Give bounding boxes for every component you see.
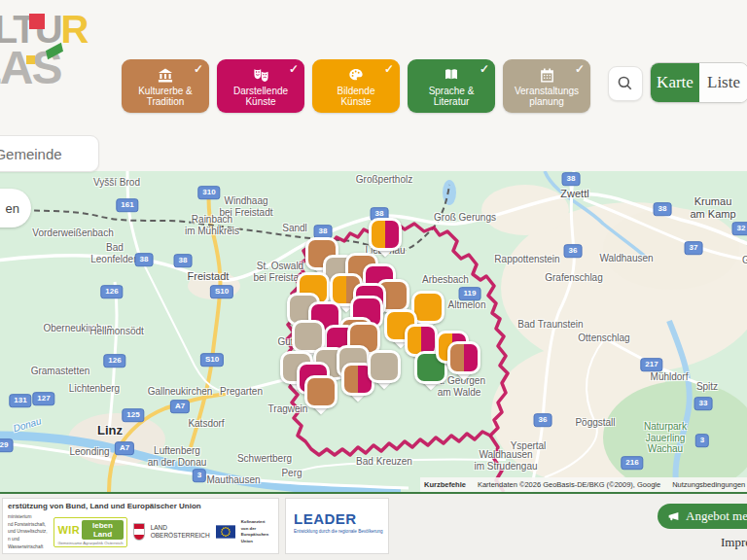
map-label: Bad Kreuzen bbox=[356, 456, 412, 468]
land-oberoesterreich-label: LANDOBERÖSTERREICH bbox=[151, 524, 210, 541]
road-badge: S10 bbox=[200, 353, 224, 367]
check-icon: ✓ bbox=[384, 62, 394, 76]
road-badge: 32 bbox=[732, 222, 747, 235]
filter-button-kulturerbe-[interactable]: Kulturerbe &Tradition✓ bbox=[122, 59, 209, 113]
map-label: Mauthausen bbox=[206, 474, 260, 486]
masks-icon bbox=[252, 67, 270, 84]
map-label: Großpertholz bbox=[356, 174, 412, 186]
museum-icon bbox=[157, 67, 174, 84]
road-badge: 38 bbox=[654, 202, 672, 216]
map-marker[interactable] bbox=[368, 350, 401, 383]
road-badge: 127 bbox=[32, 392, 54, 405]
filter-button-darstellende[interactable]: DarstellendeKünste✓ bbox=[217, 59, 304, 113]
ministry-text: ministeriumnd Forstwirtschaft,und Umwelt… bbox=[8, 513, 48, 550]
map-label: Vyšší Brod bbox=[93, 177, 140, 189]
road-badge: 36 bbox=[564, 244, 583, 258]
map-label: Pregarten bbox=[220, 386, 263, 398]
map-label: Grafenschlag bbox=[545, 272, 602, 284]
gemeinde-filter[interactable]: Gemeinde bbox=[0, 135, 99, 172]
map-label: Ottenschlag bbox=[578, 332, 629, 344]
palette-icon bbox=[347, 67, 365, 84]
map-marker[interactable] bbox=[369, 218, 402, 251]
road-badge: 119 bbox=[459, 287, 481, 300]
road-badge: 3 bbox=[695, 434, 709, 447]
map-label: Leonding bbox=[69, 446, 109, 458]
eu-flag bbox=[216, 524, 235, 540]
map-label: Pöggstall bbox=[575, 417, 615, 429]
map-label: Krumauam Kamp bbox=[690, 195, 735, 220]
road-badge: 125 bbox=[122, 408, 144, 422]
funding-logos-card: erstützung von Bund, Land und Europäisch… bbox=[2, 498, 279, 554]
filter-button-veranstaltungs[interactable]: Veranstaltungsplanung✓ bbox=[503, 59, 590, 113]
map-label: BadLeonfelden bbox=[90, 242, 139, 264]
road-badge: 217 bbox=[640, 358, 662, 371]
leader-subtitle: Entwicklung durch die regionale Bevölker… bbox=[294, 529, 380, 534]
shortcuts-link[interactable]: Kurzbefehle bbox=[424, 480, 466, 489]
map-label: Spitz bbox=[696, 381, 718, 393]
map-label: Waldhausen bbox=[599, 253, 653, 264]
tab-liste[interactable]: Liste bbox=[699, 63, 747, 102]
terms-link[interactable]: Nutzungsbedingungen bbox=[672, 480, 745, 489]
map-label: Altmelon bbox=[448, 299, 486, 311]
logo-red-square bbox=[29, 14, 45, 29]
filter-button-bildende[interactable]: BildendeKünste✓ bbox=[312, 59, 400, 113]
map-label: Arbesbach bbox=[422, 274, 469, 286]
road-badge: 161 bbox=[116, 198, 138, 212]
map-label: Vorderweißenbach bbox=[32, 228, 113, 239]
map-label: Katsdorf bbox=[188, 418, 224, 430]
map-canvas[interactable]: Vyšší BrodGroßpertholzWindhaagbei Freist… bbox=[0, 171, 747, 494]
funding-title: erstützung von Bund, Land und Europäisch… bbox=[8, 502, 273, 510]
map-label: Gallneukirchen bbox=[148, 386, 213, 398]
kulturatlas-logo[interactable]: KULTUR ATLAS bbox=[0, 0, 126, 126]
road-badge: 38 bbox=[174, 254, 193, 267]
road-badge: 29 bbox=[0, 438, 13, 452]
map-label: Mühldorf bbox=[651, 371, 689, 383]
road-badge: A7 bbox=[170, 400, 190, 413]
road-badge: 310 bbox=[197, 186, 220, 199]
road-badge: A7 bbox=[115, 441, 134, 455]
check-icon: ✓ bbox=[289, 62, 299, 76]
filter-button-sprache-[interactable]: Sprache &Literatur✓ bbox=[408, 59, 495, 113]
impressum-link[interactable]: Impressum bbox=[721, 535, 747, 550]
map-label: Yspertal bbox=[511, 440, 547, 452]
view-toggle: Karte Liste bbox=[650, 62, 747, 103]
map-label: Lichtenberg bbox=[69, 383, 120, 395]
tab-karte[interactable]: Karte bbox=[651, 63, 699, 102]
search-button[interactable] bbox=[608, 66, 643, 101]
road-badge: 38 bbox=[135, 253, 154, 266]
map-label: Rainbachim Mühlkreis bbox=[185, 214, 239, 236]
road-badge: 33 bbox=[694, 397, 713, 410]
calendar-icon bbox=[539, 67, 555, 84]
map-marker[interactable] bbox=[447, 341, 480, 374]
map-label: Perg bbox=[281, 468, 302, 479]
map-data-credit: Kartendaten ©2026 GeoBasis-DE/BKG (©2009… bbox=[478, 480, 660, 489]
map-marker[interactable] bbox=[304, 375, 338, 408]
map-label: NaturparkJauerlingWachau bbox=[644, 421, 687, 455]
road-badge: 36 bbox=[534, 413, 552, 427]
map-label: Schwertberg bbox=[237, 453, 292, 465]
map-label: Groß Gerungs bbox=[434, 212, 496, 224]
megaphone-icon bbox=[667, 510, 680, 523]
book-icon bbox=[443, 67, 460, 84]
logo-yellow-square bbox=[26, 55, 35, 64]
check-icon: ✓ bbox=[480, 62, 489, 76]
map-label: Hellmonsödt bbox=[89, 326, 144, 337]
header: KULTUR ATLAS Kulturerbe &Tradition✓Darst… bbox=[0, 0, 747, 171]
map-label: Gramastetten bbox=[31, 366, 90, 377]
kulturatlas-app: Vyšší BrodGroßpertholzWindhaagbei Freist… bbox=[0, 0, 747, 560]
road-badge: 126 bbox=[103, 354, 125, 368]
report-offer-button[interactable]: Angebot melden bbox=[658, 504, 747, 529]
road-badge: 3 bbox=[193, 469, 206, 482]
map-label: Luftenbergan der Donau bbox=[148, 445, 207, 468]
austria-coat-of-arms bbox=[133, 523, 145, 541]
wir-leben-land-logo: WIRleben Land Gemeinsame Agrarpolitik Ös… bbox=[53, 517, 126, 547]
map-label: Sandl bbox=[282, 223, 307, 234]
search-icon bbox=[617, 75, 634, 92]
road-badge: 126 bbox=[100, 285, 123, 298]
check-icon: ✓ bbox=[575, 62, 585, 76]
map-attribution: Kurzbefehle Kartendaten ©2026 GeoBasis-D… bbox=[420, 477, 747, 492]
map-label: Rappottenstein bbox=[494, 254, 559, 265]
map-label: Gföhl bbox=[742, 255, 747, 266]
eu-cofinanced-label: Kofinanziert von der Europäischen Union bbox=[241, 519, 273, 544]
leader-logo-card: LEADER Entwicklung durch die regionale B… bbox=[285, 498, 389, 554]
